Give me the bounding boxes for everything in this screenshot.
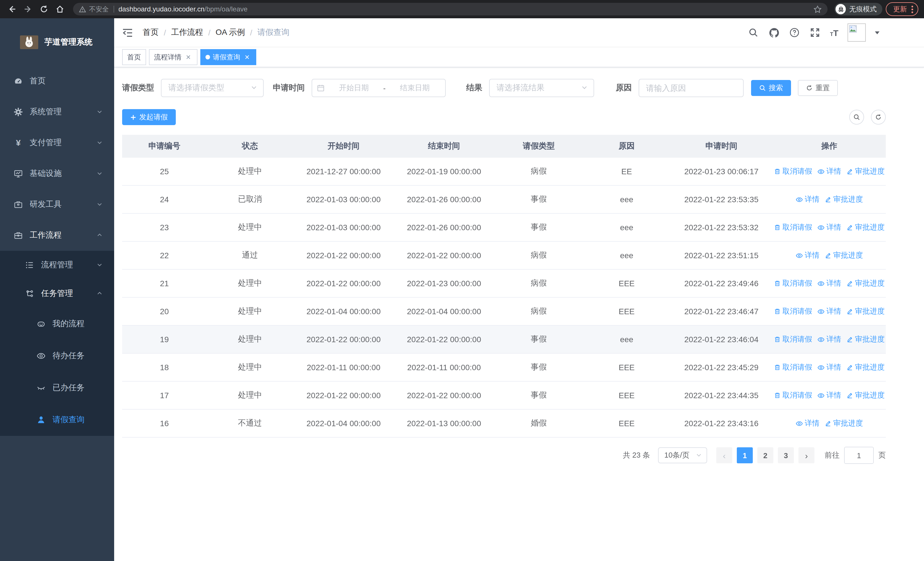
apply-time-range-picker[interactable]: 开始日期 - 结束日期 [312, 79, 446, 97]
close-icon[interactable]: ✕ [184, 53, 192, 61]
action-cancel-leave-link[interactable]: 取消请假 [774, 362, 812, 373]
action-detail-link[interactable]: 详情 [817, 306, 841, 316]
breadcrumb-item-current: 请假查询 [257, 27, 290, 38]
breadcrumb-item-oa[interactable]: OA 示例 [216, 27, 245, 38]
action-progress-link[interactable]: 审批进度 [825, 250, 863, 260]
action-progress-link[interactable]: 审批进度 [846, 334, 885, 344]
search-button[interactable]: 搜索 [751, 80, 791, 96]
browser-menu-icon[interactable] [912, 5, 913, 13]
show-search-toggle-button[interactable] [849, 110, 864, 125]
action-progress-link[interactable]: 审批进度 [825, 194, 863, 205]
action-cancel-leave-link[interactable]: 取消请假 [774, 334, 812, 344]
page-size-select[interactable]: 10条/页 [658, 447, 707, 463]
col-header-apply-time: 申请时间 [670, 141, 773, 151]
sidebar-item-leave-query[interactable]: 请假查询 [0, 404, 114, 436]
sidebar-item-infrastructure[interactable]: 基础设施 [0, 158, 114, 189]
tag-home[interactable]: 首页 [122, 49, 146, 65]
action-cancel-leave-link[interactable]: 取消请假 [774, 278, 812, 289]
action-progress-link[interactable]: 审批进度 [846, 222, 885, 233]
result-select[interactable]: 请选择流结果 [489, 79, 594, 97]
col-header-actions: 操作 [773, 141, 886, 151]
cell-reason: EEE [583, 419, 670, 428]
sidebar-item-workflow[interactable]: 工作流程 [0, 220, 114, 251]
prev-page-button[interactable]: ‹ [716, 447, 732, 463]
browser-forward-button[interactable] [22, 3, 34, 15]
page-button-2[interactable]: 2 [758, 447, 773, 463]
sidebar-item-system[interactable]: 系统管理 [0, 96, 114, 127]
avatar[interactable] [848, 23, 866, 42]
sidebar-item-payment[interactable]: ¥ 支付管理 [0, 127, 114, 158]
col-header-status: 状态 [207, 141, 293, 151]
breadcrumb-separator: / [250, 28, 252, 37]
close-icon[interactable]: ✕ [243, 53, 251, 61]
sidebar-item-label: 请假查询 [52, 415, 103, 425]
security-indicator[interactable]: 不安全 [79, 5, 109, 14]
action-progress-link[interactable]: 审批进度 [825, 418, 863, 429]
sidebar-item-process-management[interactable]: 流程管理 [0, 251, 114, 279]
sidebar-item-home[interactable]: 首页 [0, 66, 114, 96]
github-icon[interactable] [768, 27, 780, 38]
browser-back-button[interactable] [6, 3, 18, 15]
sidebar-item-todo-tasks[interactable]: 待办任务 [0, 340, 114, 372]
help-icon[interactable] [789, 27, 801, 38]
breadcrumb-item-workflow[interactable]: 工作流程 [171, 27, 203, 38]
trash-icon [774, 336, 781, 343]
action-cancel-leave-link[interactable]: 取消请假 [774, 390, 812, 400]
search-icon[interactable] [748, 27, 759, 38]
action-progress-link[interactable]: 审批进度 [846, 390, 885, 400]
sidebar-item-task-management[interactable]: 任务管理 [0, 279, 114, 308]
action-detail-link[interactable]: 详情 [817, 278, 841, 289]
sidebar-item-label: 待办任务 [52, 351, 103, 361]
cell-end-time: 2022-01-11 00:00:00 [394, 363, 494, 372]
reset-button[interactable]: 重置 [798, 80, 838, 96]
refresh-table-button[interactable] [871, 110, 886, 125]
action-detail-link[interactable]: 详情 [796, 418, 819, 429]
action-cancel-leave-link[interactable]: 取消请假 [774, 166, 812, 176]
action-progress-link[interactable]: 审批进度 [846, 362, 885, 373]
font-size-icon[interactable]: TT [830, 28, 838, 38]
next-page-button[interactable]: › [798, 447, 814, 463]
edit-icon [846, 308, 853, 315]
cell-apply-time: 2022-01-22 23:51:15 [670, 251, 773, 260]
leave-type-select[interactable]: 请选择请假类型 [161, 79, 264, 97]
action-detail-link[interactable]: 详情 [796, 250, 819, 260]
sidebar-item-done-tasks[interactable]: 已办任务 [0, 372, 114, 404]
sidebar-collapse-icon[interactable] [122, 27, 134, 38]
eye-icon [796, 420, 803, 427]
sidebar-item-my-process[interactable]: 我的流程 [0, 308, 114, 340]
cell-status: 处理中 [207, 278, 293, 289]
action-detail-link[interactable]: 详情 [817, 334, 841, 344]
browser-toolbar: 不安全 dashboard.yudao.iocoder.cn/bpm/oa/le… [0, 0, 924, 18]
create-leave-button[interactable]: 发起请假 [122, 109, 176, 125]
action-cancel-leave-link[interactable]: 取消请假 [774, 222, 812, 233]
action-detail-link[interactable]: 详情 [817, 390, 841, 400]
reason-input[interactable] [639, 79, 744, 97]
cell-start-time: 2022-01-11 00:00:00 [293, 363, 394, 372]
action-progress-link[interactable]: 审批进度 [846, 306, 885, 316]
page-button-1[interactable]: 1 [737, 447, 753, 463]
address-bar[interactable]: 不安全 dashboard.yudao.iocoder.cn/bpm/oa/le… [73, 3, 828, 15]
action-progress-link[interactable]: 审批进度 [846, 166, 885, 176]
action-detail-link[interactable]: 详情 [796, 194, 819, 205]
chevron-down-icon [96, 107, 103, 117]
goto-page-input[interactable] [844, 447, 874, 464]
breadcrumb-item-home[interactable]: 首页 [142, 27, 159, 38]
cell-end-time: 2022-01-26 00:00:00 [394, 223, 494, 232]
tag-leave-query[interactable]: 请假查询 ✕ [200, 49, 256, 65]
chevron-down-icon [250, 83, 257, 93]
browser-home-button[interactable] [54, 3, 66, 15]
browser-update-button[interactable]: 更新 [886, 2, 918, 16]
sidebar-item-devtools[interactable]: 研发工具 [0, 189, 114, 220]
url-text: dashboard.yudao.iocoder.cn/bpm/oa/leave [118, 5, 813, 13]
browser-reload-button[interactable] [38, 3, 50, 15]
page-button-3[interactable]: 3 [778, 447, 794, 463]
action-cancel-leave-link[interactable]: 取消请假 [774, 306, 812, 316]
bookmark-star-icon[interactable] [813, 5, 822, 14]
chevron-down-icon[interactable] [875, 31, 879, 34]
action-detail-link[interactable]: 详情 [817, 362, 841, 373]
fullscreen-icon[interactable] [810, 27, 821, 38]
tag-process-detail[interactable]: 流程详情 ✕ [149, 49, 198, 65]
action-progress-link[interactable]: 审批进度 [846, 278, 885, 289]
action-detail-link[interactable]: 详情 [817, 166, 841, 176]
action-detail-link[interactable]: 详情 [817, 222, 841, 233]
